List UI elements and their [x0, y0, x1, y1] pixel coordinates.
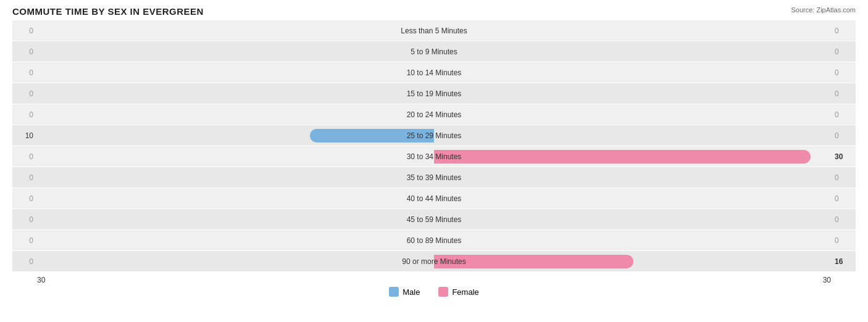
bars-area: 5 to 9 Minutes [37, 41, 831, 62]
row-label: 15 to 19 Minutes [407, 89, 462, 98]
bars-area: Less than 5 Minutes [37, 20, 831, 41]
male-value: 0 [12, 27, 37, 35]
row-label: 5 to 9 Minutes [411, 47, 457, 56]
bar-row: 035 to 39 Minutes0 [12, 167, 856, 188]
male-value: 0 [12, 194, 37, 203]
bars-area: 60 to 89 Minutes [37, 230, 831, 250]
female-bar [434, 255, 633, 268]
row-label: Less than 5 Minutes [401, 27, 467, 35]
female-value: 0 [831, 27, 856, 35]
bar-row: 030 to 34 Minutes30 [12, 146, 856, 167]
bar-row: 060 to 89 Minutes0 [12, 230, 856, 250]
bars-area: 35 to 39 Minutes [37, 167, 831, 188]
bars-area: 90 or more Minutes [37, 251, 831, 271]
male-value: 0 [12, 47, 37, 56]
row-label: 40 to 44 Minutes [407, 194, 462, 203]
female-value: 16 [831, 257, 856, 266]
female-value: 0 [831, 110, 856, 119]
bar-row: 040 to 44 Minutes0 [12, 188, 856, 208]
female-swatch [438, 287, 448, 297]
female-value: 0 [831, 68, 856, 77]
female-value: 0 [831, 131, 856, 140]
bars-area: 45 to 59 Minutes [37, 209, 831, 229]
bar-row: 0Less than 5 Minutes0 [12, 20, 856, 41]
row-label: 35 to 39 Minutes [407, 173, 462, 182]
row-label: 10 to 14 Minutes [407, 68, 462, 77]
male-bar [310, 129, 434, 142]
bars-area: 20 to 24 Minutes [37, 104, 831, 125]
bar-row: 090 or more Minutes16 [12, 251, 856, 271]
male-value: 0 [12, 236, 37, 245]
male-value: 0 [12, 173, 37, 182]
female-value: 0 [831, 236, 856, 245]
chart-container: COMMUTE TIME BY SEX IN EVERGREEN Source:… [0, 0, 868, 322]
bottom-axis: 30 30 [12, 273, 856, 284]
bars-area: 15 to 19 Minutes [37, 83, 831, 104]
axis-left: 30 [37, 276, 45, 284]
bar-row: 1025 to 29 Minutes0 [12, 125, 856, 146]
male-value: 0 [12, 68, 37, 77]
bar-row: 015 to 19 Minutes0 [12, 83, 856, 104]
male-value: 10 [12, 131, 37, 140]
bars-area: 40 to 44 Minutes [37, 188, 831, 208]
female-value: 0 [831, 89, 856, 98]
bar-row: 045 to 59 Minutes0 [12, 209, 856, 229]
chart-header: COMMUTE TIME BY SEX IN EVERGREEN Source:… [12, 6, 856, 17]
male-value: 0 [12, 215, 37, 224]
male-value: 0 [12, 257, 37, 266]
row-label: 20 to 24 Minutes [407, 110, 462, 119]
male-value: 0 [12, 110, 37, 119]
axis-right: 30 [823, 276, 831, 284]
male-swatch [389, 287, 399, 297]
chart-title: COMMUTE TIME BY SEX IN EVERGREEN [12, 6, 204, 17]
bars-area: 25 to 29 Minutes [37, 125, 831, 146]
legend: Male Female [12, 287, 856, 297]
row-label: 60 to 89 Minutes [407, 236, 462, 245]
chart-source: Source: ZipAtlas.com [791, 6, 856, 14]
legend-female: Female [438, 287, 478, 297]
bar-row: 05 to 9 Minutes0 [12, 41, 856, 62]
female-value: 0 [831, 173, 856, 182]
female-value: 30 [831, 152, 856, 161]
female-label: Female [452, 287, 478, 297]
female-value: 0 [831, 215, 856, 224]
male-value: 0 [12, 89, 37, 98]
female-bar [434, 150, 811, 163]
bars-area: 30 to 34 Minutes [37, 146, 831, 167]
male-label: Male [403, 287, 420, 297]
legend-male: Male [389, 287, 420, 297]
bar-row: 010 to 14 Minutes0 [12, 62, 856, 83]
row-label: 45 to 59 Minutes [407, 215, 462, 224]
bar-row: 020 to 24 Minutes0 [12, 104, 856, 125]
male-value: 0 [12, 152, 37, 161]
female-value: 0 [831, 47, 856, 56]
female-value: 0 [831, 194, 856, 203]
bars-area: 10 to 14 Minutes [37, 62, 831, 83]
bars-wrapper: 0Less than 5 Minutes005 to 9 Minutes0010… [12, 20, 856, 273]
